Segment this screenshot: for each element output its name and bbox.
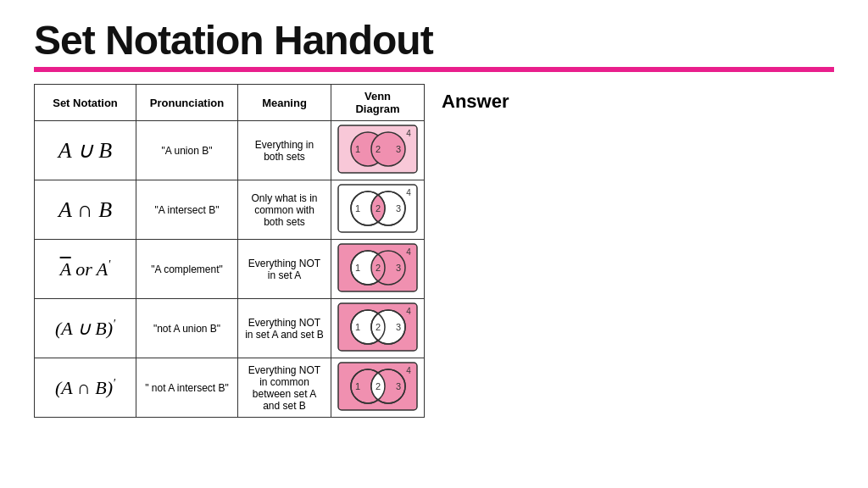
svg-text:1: 1 xyxy=(355,381,360,391)
pronunciation-union-complement: "not A union B" xyxy=(136,299,238,358)
svg-text:3: 3 xyxy=(396,203,401,214)
svg-text:4: 4 xyxy=(406,188,411,197)
meaning-union: Everything in both sets xyxy=(238,121,331,180)
col-header-meaning: Meaning xyxy=(238,85,331,121)
svg-text:3: 3 xyxy=(396,144,401,154)
set-notation-table: Set Notation Pronunciation Meaning VennD… xyxy=(34,84,425,418)
notation-complement: A or A′ xyxy=(35,240,136,299)
svg-text:4: 4 xyxy=(406,307,411,316)
venn-union-complement: 1 2 3 4 xyxy=(331,299,425,358)
table-row: A ∪ B "A union B" Everything in both set… xyxy=(35,121,425,180)
meaning-complement: Everything NOT in set A xyxy=(238,240,331,299)
table-row: (A ∪ B)′ "not A union B" Everything NOT … xyxy=(35,299,425,358)
table-row: A ∩ B "A intersect B" Only what is in co… xyxy=(35,180,425,240)
meaning-intersect-complement: Everything NOT in common between set A a… xyxy=(238,358,331,418)
meaning-intersect: Only what is in common with both sets xyxy=(238,180,331,240)
venn-complement: 1 2 3 4 xyxy=(331,240,425,299)
col-header-venn: VennDiagram xyxy=(331,85,425,121)
venn-intersect-complement: 1 2 3 4 xyxy=(331,358,425,418)
svg-text:2: 2 xyxy=(376,263,381,273)
venn-intersect: 1 2 3 4 xyxy=(331,180,425,240)
page-title: Set Notation Handout xyxy=(34,17,834,64)
svg-text:2: 2 xyxy=(376,381,381,391)
answer-label: Answer xyxy=(442,91,509,113)
notation-union: A ∪ B xyxy=(35,121,136,180)
svg-text:4: 4 xyxy=(406,366,411,375)
col-header-notation: Set Notation xyxy=(35,85,136,121)
content-row: Set Notation Pronunciation Meaning VennD… xyxy=(34,84,834,418)
page: Set Notation Handout Set Notation Pronun… xyxy=(0,0,868,488)
notation-intersect: A ∩ B xyxy=(35,180,136,240)
notation-union-complement: (A ∪ B)′ xyxy=(35,299,136,358)
pronunciation-union: "A union B" xyxy=(136,121,238,180)
svg-text:1: 1 xyxy=(355,263,360,273)
svg-text:3: 3 xyxy=(396,381,401,391)
svg-text:1: 1 xyxy=(355,144,360,154)
svg-text:2: 2 xyxy=(376,322,381,332)
accent-bar xyxy=(34,67,834,72)
svg-text:1: 1 xyxy=(355,203,360,214)
svg-text:2: 2 xyxy=(376,144,381,154)
svg-text:3: 3 xyxy=(396,322,401,332)
table-row: A or A′ "A complement" Everything NOT in… xyxy=(35,240,425,299)
col-header-pronunciation: Pronunciation xyxy=(136,85,238,121)
svg-text:1: 1 xyxy=(355,322,360,332)
table-row: (A ∩ B)′ " not A intersect B" Everything… xyxy=(35,358,425,418)
pronunciation-complement: "A complement" xyxy=(136,240,238,299)
venn-union: 1 2 3 4 xyxy=(331,121,425,180)
svg-text:3: 3 xyxy=(396,263,401,273)
pronunciation-intersect-complement: " not A intersect B" xyxy=(136,358,238,418)
svg-text:4: 4 xyxy=(406,247,411,257)
svg-text:2: 2 xyxy=(376,203,381,214)
meaning-union-complement: Everything NOT in set A and set B xyxy=(238,299,331,358)
notation-intersect-complement: (A ∩ B)′ xyxy=(35,358,136,418)
svg-text:4: 4 xyxy=(406,129,411,138)
pronunciation-intersect: "A intersect B" xyxy=(136,180,238,240)
